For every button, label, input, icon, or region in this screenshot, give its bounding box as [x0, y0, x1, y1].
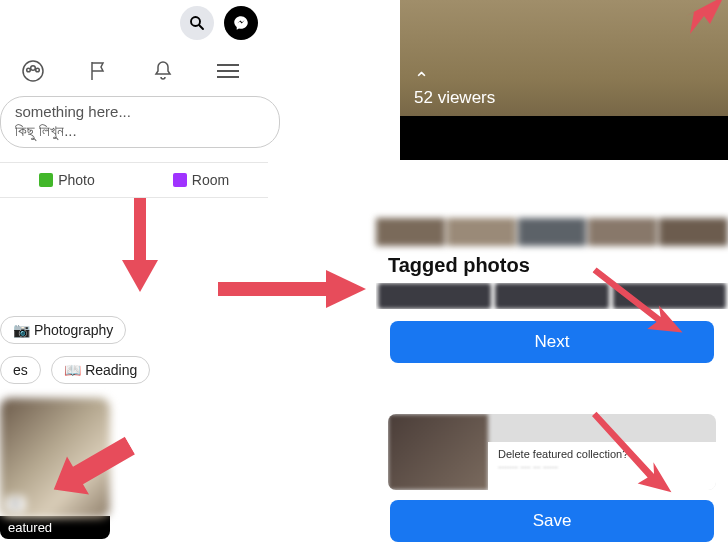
confirm-title: Delete featured collection?	[498, 448, 706, 460]
top-icon-row	[180, 6, 258, 40]
story-viewers-text: 52 viewers	[414, 88, 495, 108]
svg-marker-6	[686, 0, 724, 34]
confirm-subtitle: ........ .... ... ......	[498, 460, 706, 470]
tagged-thumbs	[376, 283, 728, 309]
next-button[interactable]: Next	[390, 321, 714, 363]
hamburger-icon	[217, 64, 239, 78]
room-action[interactable]: Room	[134, 163, 268, 197]
chevron-up-icon[interactable]: ⌃	[414, 68, 429, 90]
room-icon	[173, 173, 187, 187]
svg-point-4	[26, 68, 30, 72]
chip-photography[interactable]: 📷 Photography	[0, 316, 126, 344]
save-button[interactable]: Save	[390, 500, 714, 542]
post-input[interactable]: something here... কিছু লিখুন...	[0, 96, 280, 148]
svg-line-1	[199, 25, 203, 29]
svg-marker-10	[326, 270, 366, 308]
post-placeholder-bn: কিছু লিখুন...	[15, 122, 265, 141]
flag-icon	[86, 59, 110, 83]
photo-action[interactable]: Photo	[0, 163, 134, 197]
group-icon	[21, 59, 45, 83]
nav-pages[interactable]	[85, 58, 111, 84]
featured-count-badge: 8	[6, 496, 25, 512]
tagged-photos-section: Tagged photos Next	[376, 218, 728, 363]
tagged-heading: Tagged photos	[388, 254, 728, 277]
post-actions-row: Photo Room	[0, 162, 268, 198]
mosaic-strip	[376, 218, 728, 246]
featured-label: eatured	[0, 516, 110, 539]
save-section: Delete featured collection? ........ ...…	[376, 414, 728, 542]
room-label: Room	[192, 172, 229, 188]
messenger-button[interactable]	[224, 6, 258, 40]
confirm-sheet: Delete featured collection? ........ ...…	[488, 442, 716, 490]
nav-menu[interactable]	[215, 58, 241, 84]
svg-point-3	[30, 66, 35, 71]
featured-card[interactable]: 8 eatured	[0, 398, 110, 539]
featured-image: 8	[0, 398, 110, 518]
post-placeholder-en: something here...	[15, 103, 265, 122]
search-icon	[188, 14, 206, 32]
left-panel: something here... কিছু লিখুন... Photo Ro…	[0, 0, 280, 546]
story-viewer[interactable]: ⌃ 52 viewers	[400, 0, 728, 160]
search-button[interactable]	[180, 6, 214, 40]
chip-es[interactable]: es	[0, 356, 41, 384]
save-preview: Delete featured collection? ........ ...…	[388, 414, 716, 490]
hobby-chips-row2: es 📖 Reading	[0, 356, 156, 392]
messenger-icon	[232, 14, 250, 32]
nav-notifications[interactable]	[150, 58, 176, 84]
photo-icon	[39, 173, 53, 187]
hobby-chips-row1: 📷 Photography	[0, 316, 132, 352]
story-bottom-bar	[400, 116, 728, 160]
bell-icon	[151, 59, 175, 83]
nav-friends[interactable]	[20, 58, 46, 84]
photo-label: Photo	[58, 172, 95, 188]
nav-row	[0, 52, 260, 94]
svg-point-5	[35, 68, 39, 72]
preview-photo	[388, 414, 488, 490]
arrow-annotation	[666, 0, 726, 48]
chip-reading[interactable]: 📖 Reading	[51, 356, 150, 384]
